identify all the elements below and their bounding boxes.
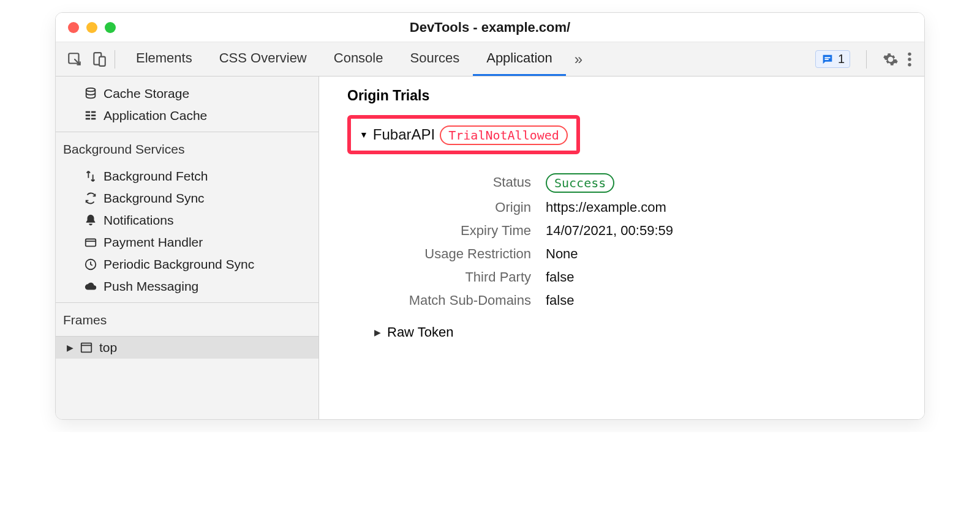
tab-elements[interactable]: Elements [123,42,206,76]
detail-row-third-party: Third Party false [362,269,907,285]
detail-label: Expiry Time [362,223,546,239]
svg-rect-11 [86,114,90,116]
more-menu-icon[interactable] [907,51,912,67]
frames-group: Frames [56,302,318,336]
titlebar: DevTools - example.com/ [56,13,924,42]
svg-point-7 [908,62,911,65]
sidebar-item-cache-storage[interactable]: Cache Storage [62,83,312,105]
status-success-badge: Success [546,173,614,193]
tabs-overflow-button[interactable]: » [566,51,591,68]
credit-card-icon [84,236,97,249]
raw-token-expander[interactable]: ▶ Raw Token [374,324,453,340]
detail-row-status: Status Success [362,173,907,192]
transfer-arrows-icon [84,170,97,183]
detail-label: Usage Restriction [362,246,546,262]
tab-css-overview[interactable]: CSS Overview [206,42,320,76]
issues-count: 1 [838,52,845,66]
grid-icon [84,109,97,122]
frames-top-label: top [99,340,117,355]
tab-application[interactable]: Application [473,42,566,76]
svg-rect-17 [81,343,92,353]
group-title-frames: Frames [62,309,312,331]
toolbar-right-cluster: 1 [815,50,918,69]
sidebar-item-notifications[interactable]: Notifications [62,209,312,231]
detail-value: Success [546,173,614,192]
annotation-highlight: ▼ FubarAPI TrialNotAllowed [347,115,580,154]
tab-console[interactable]: Console [320,42,397,76]
clock-icon [84,258,97,271]
maximize-window-button[interactable] [105,22,116,33]
settings-icon[interactable] [883,51,899,67]
svg-point-5 [908,52,911,55]
detail-value: false [546,269,574,285]
toolbar-divider-right [866,50,867,69]
panel-body: Cache Storage Application Cache [56,77,924,419]
trial-status-badge: TrialNotAllowed [440,125,568,145]
inspect-element-icon[interactable] [67,51,83,67]
detail-row-subdomains: Match Sub-Domains false [362,293,907,308]
sync-icon [84,192,97,205]
bell-icon [84,214,97,227]
tab-sources[interactable]: Sources [396,42,473,76]
svg-point-8 [86,88,96,92]
toolbar-left-cluster [62,51,107,67]
section-title: Origin Trials [347,88,907,104]
sidebar-item-label: Cache Storage [104,86,189,101]
detail-row-expiry: Expiry Time 14/07/2021, 00:59:59 [362,223,907,239]
devtools-window: DevTools - example.com/ Elements CSS Ove… [55,12,925,420]
detail-label: Third Party [362,269,546,285]
sidebar-item-label: Background Fetch [104,169,208,184]
sidebar-item-payment-handler[interactable]: Payment Handler [62,231,312,253]
trial-details-table: Status Success Origin https://example.co… [362,173,907,308]
detail-value: None [546,246,578,262]
toolbar-divider [115,50,115,69]
svg-rect-13 [86,118,90,120]
sidebar-item-label: Payment Handler [104,235,203,250]
frame-window-icon [80,341,93,354]
expand-triangle-icon: ▶ [374,327,381,337]
svg-rect-10 [91,111,96,113]
detail-row-usage: Usage Restriction None [362,246,907,262]
detail-value: https://example.com [546,200,666,215]
detail-value: false [546,293,574,308]
sidebar-item-label: Periodic Background Sync [104,257,254,272]
sidebar-item-push-messaging[interactable]: Push Messaging [62,275,312,297]
svg-rect-9 [86,111,90,113]
detail-row-origin: Origin https://example.com [362,200,907,215]
database-stack-icon [84,87,97,100]
svg-rect-3 [824,57,830,58]
device-toolbar-icon[interactable] [91,51,107,67]
sidebar-item-label: Application Cache [104,108,207,123]
svg-rect-12 [91,114,96,116]
trial-name: FubarAPI [373,126,435,143]
trial-expander[interactable]: ▼ FubarAPI TrialNotAllowed [360,125,568,144]
sidebar-item-background-fetch[interactable]: Background Fetch [62,165,312,187]
sidebar-item-periodic-bg-sync[interactable]: Periodic Background Sync [62,253,312,275]
cache-group: Cache Storage Application Cache [56,77,318,132]
frames-item-top[interactable]: ▶ top [56,336,318,359]
minimize-window-button[interactable] [86,22,97,33]
sidebar-item-label: Push Messaging [104,279,198,294]
issues-button[interactable]: 1 [815,50,850,68]
chevron-down-icon: ▼ [360,130,368,140]
sidebar-item-application-cache[interactable]: Application Cache [62,105,312,127]
sidebar-item-label: Notifications [104,213,173,228]
svg-point-6 [908,58,911,61]
main-content: Origin Trials ▼ FubarAPI TrialNotAllowed… [319,77,924,419]
main-toolbar: Elements CSS Overview Console Sources Ap… [56,42,924,77]
svg-rect-15 [86,239,96,247]
svg-rect-14 [91,118,96,120]
sidebar-item-label: Background Sync [104,191,205,206]
expand-triangle-icon: ▶ [67,343,74,353]
cloud-icon [84,280,97,293]
group-title-background-services: Background Services [62,138,312,160]
detail-label: Status [362,174,546,190]
raw-token-label: Raw Token [387,324,453,340]
svg-rect-4 [824,59,828,60]
svg-rect-2 [99,56,105,65]
window-controls [56,22,116,33]
application-sidebar: Cache Storage Application Cache [56,77,319,419]
issues-icon [821,53,834,66]
close-window-button[interactable] [68,22,79,33]
sidebar-item-background-sync[interactable]: Background Sync [62,187,312,209]
